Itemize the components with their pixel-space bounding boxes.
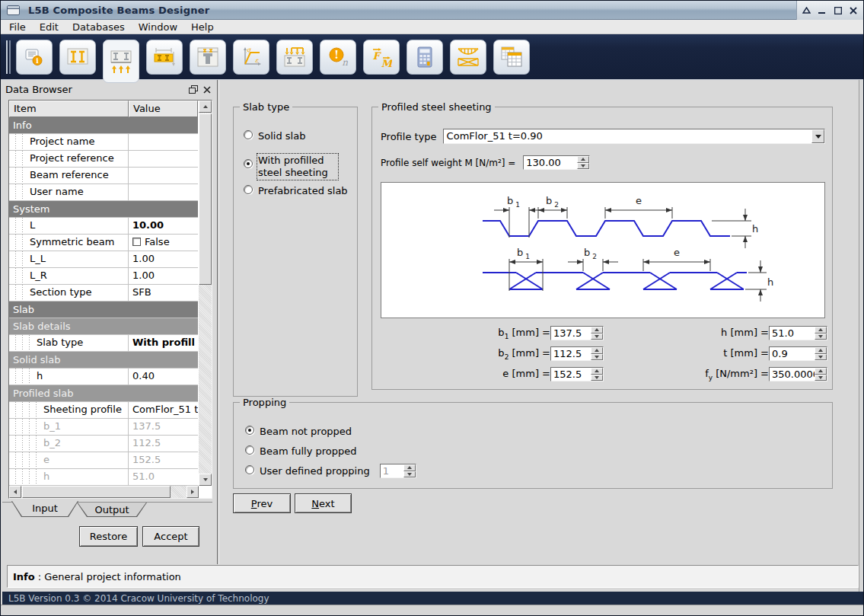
h-input[interactable]: 51.0 xyxy=(769,326,827,340)
row-value[interactable] xyxy=(129,151,198,167)
profile-type-select[interactable]: ComFlor_51 t=0.90 xyxy=(443,129,825,144)
result-tables-button[interactable] xyxy=(493,40,530,75)
b2-input[interactable]: 112.5 xyxy=(550,346,604,361)
row-value[interactable]: With profill xyxy=(129,335,198,351)
scroll-right-button[interactable] xyxy=(187,486,199,498)
subsection-row-solid-slab[interactable]: Solid slab xyxy=(9,352,198,369)
combo-dropdown-button[interactable] xyxy=(811,129,824,143)
composite-beam-section-button[interactable] xyxy=(59,40,96,75)
table-row[interactable]: Section typeSFB xyxy=(9,285,198,302)
spin-down-button[interactable] xyxy=(591,334,603,340)
vertical-scrollbar[interactable] xyxy=(199,101,212,486)
scroll-down-button[interactable] xyxy=(199,474,212,486)
spin-up-button[interactable] xyxy=(815,347,827,354)
row-value[interactable] xyxy=(129,184,198,200)
effective-slab-width-button[interactable] xyxy=(146,40,183,75)
panel-splitter[interactable] xyxy=(217,80,219,564)
fy-input[interactable]: 350.0000 xyxy=(769,367,827,381)
tab-output[interactable]: Output xyxy=(77,503,147,517)
menu-edit[interactable]: Edit xyxy=(33,21,65,33)
section-row-slab[interactable]: Slab xyxy=(9,302,198,318)
row-value[interactable]: False xyxy=(129,235,198,251)
table-row[interactable]: h0.40 xyxy=(9,369,198,385)
t-input[interactable]: 0.9 xyxy=(769,346,827,361)
menu-databases[interactable]: Databases xyxy=(65,21,132,33)
table-row[interactable]: Beam reference xyxy=(9,168,198,184)
radio-user-defined-propping[interactable]: User defined propping 1 xyxy=(245,465,416,478)
dock-close-button[interactable] xyxy=(201,84,212,95)
next-button[interactable]: Next xyxy=(295,493,352,513)
row-value[interactable]: ComFlor_51 t xyxy=(129,402,198,418)
table-row[interactable]: Project reference xyxy=(9,151,198,168)
tab-input[interactable]: Input xyxy=(11,501,78,517)
material-stress-strain-button[interactable]: σ ε xyxy=(233,40,269,75)
toolbar-drag-handle[interactable] xyxy=(6,40,11,74)
section-row-system[interactable]: System xyxy=(9,201,198,218)
b1-input[interactable]: 137.5 xyxy=(550,326,604,340)
radio-button[interactable] xyxy=(245,445,254,455)
radio-button[interactable] xyxy=(244,185,253,194)
column-header-item[interactable]: Item xyxy=(9,101,129,117)
table-row[interactable]: h51.0 xyxy=(9,469,198,486)
spin-down-button[interactable] xyxy=(591,375,603,381)
table-row[interactable]: b_1137.5 xyxy=(9,419,198,436)
radio-button[interactable] xyxy=(244,130,253,139)
scroll-left-button[interactable] xyxy=(9,486,21,498)
scroll-thumb[interactable] xyxy=(22,486,171,498)
internal-forces-button[interactable]: F M xyxy=(363,40,400,75)
spin-down-button[interactable] xyxy=(815,354,827,361)
radio-fully-propped[interactable]: Beam fully propped xyxy=(245,445,357,458)
accept-button[interactable]: Accept xyxy=(142,526,199,547)
horizontal-scrollbar[interactable] xyxy=(9,486,199,498)
spin-up-button[interactable] xyxy=(577,156,589,163)
project-info-button[interactable]: i xyxy=(16,40,53,75)
radio-button[interactable] xyxy=(245,465,254,474)
close-button[interactable] xyxy=(847,5,859,17)
section-row-info[interactable]: Info xyxy=(9,117,198,134)
radio-button[interactable] xyxy=(244,159,253,168)
spin-up-button[interactable] xyxy=(591,327,603,334)
table-row[interactable]: L_L1.00 xyxy=(9,251,198,268)
row-value[interactable]: 10.00 xyxy=(129,218,198,234)
row-value[interactable] xyxy=(129,168,198,184)
table-row[interactable]: Project name xyxy=(9,134,198,151)
spin-up-button[interactable] xyxy=(815,368,827,375)
spin-down-button[interactable] xyxy=(815,334,827,340)
radio-profiled-sheeting[interactable]: With profilled steel sheeting xyxy=(244,155,337,179)
spin-up-button[interactable] xyxy=(815,327,827,334)
row-value[interactable]: 0.40 xyxy=(129,369,198,385)
calculator-button[interactable] xyxy=(406,40,443,75)
menu-file[interactable]: File xyxy=(2,21,33,33)
row-value[interactable]: SFB xyxy=(129,285,198,301)
window-icon[interactable] xyxy=(7,5,20,15)
beam-supports-button[interactable] xyxy=(103,40,139,83)
data-browser-titlebar[interactable]: Data Browser xyxy=(5,83,212,96)
title-bar[interactable]: L5B Composite Beams Designer xyxy=(1,1,863,20)
row-value[interactable]: 1.00 xyxy=(129,251,198,267)
table-row[interactable]: L_R1.00 xyxy=(9,268,198,285)
maximize-button[interactable] xyxy=(832,5,844,17)
table-row[interactable]: Sheeting profileComFlor_51 t xyxy=(9,402,198,419)
radio-not-propped[interactable]: Beam not propped xyxy=(245,426,352,438)
steel-section-button[interactable] xyxy=(190,40,226,75)
row-value[interactable]: 1.00 xyxy=(129,268,198,284)
row-value[interactable] xyxy=(129,134,198,150)
minimize-button[interactable] xyxy=(816,5,828,17)
subsection-row-profiled-slab[interactable]: Profiled slab xyxy=(9,385,198,402)
e-input[interactable]: 152.5 xyxy=(550,367,604,381)
self-weight-input[interactable]: 130.00 xyxy=(523,155,590,170)
table-row[interactable]: L10.00 xyxy=(9,218,198,235)
table-row[interactable]: b_2112.5 xyxy=(9,436,198,452)
scroll-up-button[interactable] xyxy=(199,101,212,113)
radio-solid-slab[interactable]: Solid slab xyxy=(244,130,305,142)
table-row[interactable]: User name xyxy=(9,184,198,201)
spin-down-button[interactable] xyxy=(815,375,827,381)
column-header-value[interactable]: Value xyxy=(129,101,198,117)
table-row[interactable]: Slab typeWith profill xyxy=(9,335,198,352)
scroll-thumb[interactable] xyxy=(199,113,212,285)
spin-down-button[interactable] xyxy=(577,163,589,170)
result-envelopes-button[interactable] xyxy=(450,40,486,75)
checkbox-unchecked[interactable] xyxy=(132,238,141,246)
radio-button[interactable] xyxy=(245,426,254,435)
menu-help[interactable]: Help xyxy=(184,21,221,33)
